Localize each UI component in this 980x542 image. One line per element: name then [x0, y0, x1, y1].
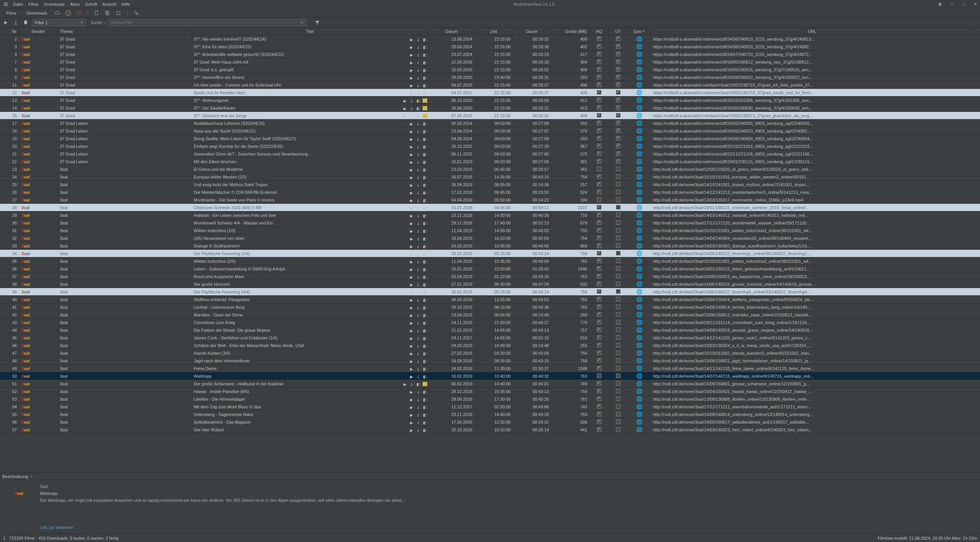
col-hq[interactable]: HQ — [590, 28, 609, 35]
table-row[interactable]: 283sat3satChiemsee-Sommer 2016 (4/4) © B… — [0, 204, 980, 211]
row-play-icon[interactable]: ▶ — [409, 344, 414, 348]
row-download-icon[interactable]: ⤓ — [409, 98, 414, 103]
row-bookmark-icon[interactable]: ◧ — [422, 45, 427, 49]
table-row[interactable]: 93sat37 Grad37°: Homeoffice am Strand▶⤓◧… — [0, 74, 980, 81]
col-sender[interactable]: Sender — [19, 28, 57, 35]
row-bookmark-icon[interactable]: ◧ — [422, 183, 427, 187]
row-play-icon[interactable]: ▶ — [409, 236, 414, 241]
row-play-icon[interactable]: ▶ — [409, 405, 414, 409]
table-row[interactable]: 233sat3satEl Greco und die Moderne▶⤓◧23.… — [0, 165, 980, 173]
table-row[interactable]: 43sat37 Grad37°: Arbeitskräfte weltweit … — [0, 51, 980, 58]
row-bookmark-icon[interactable]: ◧ — [422, 336, 427, 340]
row-download-icon[interactable]: ⤓ — [409, 106, 414, 110]
row-download-icon[interactable]: ⤓ — [415, 259, 421, 264]
row-play-icon[interactable]: ▶ — [409, 121, 414, 126]
row-download-icon[interactable]: ⤓ — [415, 321, 421, 325]
row-bookmark-icon[interactable]: ◧ — [422, 190, 427, 195]
row-download-icon[interactable]: ⤓ — [415, 390, 421, 394]
tab-downloads[interactable]: Downloads — [24, 10, 49, 16]
save-icon[interactable] — [116, 10, 121, 16]
row-download-icon[interactable]: ⤓ — [415, 83, 421, 87]
row-bookmark-icon[interactable]: ◧ — [422, 229, 427, 233]
row-play-icon[interactable]: ▶ — [409, 129, 414, 133]
row-play-icon[interactable]: ▶ — [409, 167, 414, 172]
row-download-icon[interactable]: ⤓ — [415, 397, 421, 401]
row-play-icon[interactable]: ▶ — [409, 313, 414, 317]
theme-toggle-icon[interactable]: ◐ — [938, 2, 943, 7]
description-tab[interactable]: Beschreibung — [2, 474, 28, 479]
row-play-icon[interactable]: ▶ — [409, 298, 414, 302]
row-bookmark-icon[interactable]: ◧ — [422, 160, 427, 164]
row-bookmark-icon[interactable]: ◧ — [422, 305, 427, 309]
col-thema[interactable]: Thema — [57, 28, 191, 35]
table-row[interactable]: 193sat37 Grad LebenBeing Swiftie: Mein L… — [0, 135, 980, 142]
row-bookmark-icon[interactable]: ◧ — [422, 321, 427, 325]
row-play-icon[interactable]: ▶ — [409, 420, 414, 424]
table-row[interactable]: 463sat3satSchätze der Welt - Erbe der Me… — [0, 342, 980, 349]
table-row[interactable]: 503sat3satWaldrapp▶⤓◧16.02.201910:40:000… — [0, 372, 980, 380]
info-icon[interactable]: i — [65, 10, 71, 16]
row-download-icon[interactable]: ⤓ — [415, 137, 421, 141]
table-row[interactable]: 123sat37 GradSarah und ihr fremdes Herz▶… — [0, 89, 980, 97]
table-row[interactable]: 243sat3satEuropas wilder Westen (2/2)▶⤓◧… — [0, 173, 980, 181]
close-description-icon[interactable]: × — [30, 474, 33, 479]
table-row[interactable]: 183sat37 Grad LebenRaus aus der Sucht (S… — [0, 127, 980, 135]
row-bookmark-icon[interactable]: ◧ — [422, 121, 427, 126]
row-download-icon[interactable]: ⤓ — [415, 336, 421, 340]
row-bookmark-icon[interactable]: ◧ — [422, 37, 427, 41]
table-row[interactable]: 403sat3satSteffens entdeckt: Patagonien▶… — [0, 296, 980, 303]
table-row[interactable]: 23sat37 Grad37°: Nie wieder kriminell? (… — [0, 35, 980, 43]
col-nr[interactable]: Nr — [0, 28, 19, 35]
row-play-icon[interactable]: ▶ — [409, 221, 414, 225]
row-download-icon[interactable]: ⤓ — [415, 129, 421, 133]
row-download-icon[interactable]: ⤓ — [415, 244, 421, 248]
col-titel[interactable]: Titel — [191, 28, 429, 35]
row-play-icon[interactable]: ▶ — [409, 367, 414, 371]
row-download-icon[interactable]: ⤓ — [415, 351, 421, 355]
row-bookmark-icon[interactable]: ◧ — [422, 413, 427, 417]
table-row[interactable]: 533sat3satLibellen - Die Himmelsjäger▶⤓◧… — [0, 395, 980, 403]
row-download-icon[interactable]: ⤓ — [409, 382, 414, 386]
row-bookmark-icon[interactable]: ◧ — [422, 298, 427, 302]
row-play-icon[interactable]: ▶ — [409, 428, 414, 432]
row-play-icon[interactable]: ▶ — [409, 413, 414, 417]
row-download-icon[interactable]: ⤓ — [415, 45, 421, 49]
row-play-icon[interactable]: ▶ — [409, 390, 414, 394]
row-play-icon[interactable]: ▶ — [409, 359, 414, 363]
row-download-icon[interactable]: ⤓ — [415, 305, 421, 309]
row-download-icon[interactable]: ⤓ — [415, 252, 421, 256]
table-row[interactable]: 173sat37 Grad LebenRealitätsschock Lehre… — [0, 120, 980, 127]
table-row[interactable]: 113sat37 GradIch lebe positiv - Corinne … — [0, 81, 980, 89]
row-bookmark-icon[interactable]: ◧ — [415, 106, 421, 110]
row-bookmark-icon[interactable]: ◧ — [415, 382, 421, 386]
app-menu-icon[interactable] — [2, 1, 9, 8]
table-row[interactable]: 313sat3satWildes Indochina (1/5)▶⤓◧11.04… — [0, 227, 980, 234]
row-download-icon[interactable]: ⤓ — [415, 152, 421, 156]
row-download-icon[interactable]: ⤓ — [415, 405, 421, 409]
bookmark-icon[interactable] — [22, 19, 29, 26]
table-row[interactable]: 423sat3satMarokko - Oase der Sinne▶⤓◧13.… — [0, 311, 980, 319]
table-row[interactable]: 223sat37 Grad LebenMit den Eltern breche… — [0, 158, 980, 165]
row-play-icon[interactable]: ▶ — [409, 259, 414, 264]
row-play-icon[interactable]: ▶ — [409, 336, 414, 340]
table-row[interactable]: 443sat3satDie Farben der Wüste: Die grau… — [0, 326, 980, 334]
cloud-icon[interactable] — [55, 10, 60, 16]
download-icon[interactable] — [12, 19, 19, 26]
row-bookmark-icon[interactable]: ◧ — [422, 75, 427, 80]
row-play-icon[interactable]: ▶ — [409, 45, 414, 49]
maximize-icon[interactable]: □ — [961, 2, 966, 7]
row-bookmark-icon[interactable]: ◧ — [422, 390, 427, 394]
row-play-icon[interactable]: ▶ — [409, 152, 414, 156]
row-play-icon[interactable]: ▶ — [409, 60, 414, 64]
row-play-icon[interactable]: ▶ — [409, 275, 414, 279]
row-play-icon[interactable]: ▶ — [409, 83, 414, 87]
row-download-icon[interactable]: ⤓ — [415, 290, 421, 294]
row-play-icon[interactable]: ▶ — [409, 206, 414, 210]
row-play-icon[interactable]: ▶ — [409, 244, 414, 248]
row-play-icon[interactable]: ▶ — [409, 321, 414, 325]
table-row[interactable]: 293sat3satHallstatt - Ein Leben zwischen… — [0, 211, 980, 219]
row-bookmark-icon[interactable]: ◧ — [422, 267, 427, 271]
table-row[interactable]: 253sat3satUnd ewig lockt der Mythos Sain… — [0, 181, 980, 188]
col-geo[interactable]: Geo ▾ — [628, 28, 651, 35]
row-download-icon[interactable]: ⤓ — [415, 367, 421, 371]
